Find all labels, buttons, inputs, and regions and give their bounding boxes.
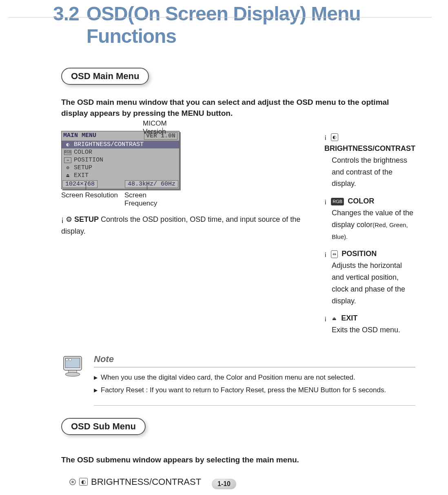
osd-main-menu-pill: OSD Main Menu [61, 68, 149, 85]
section-header: 3.2 OSD(On Screen Display) Menu Function… [24, 0, 424, 47]
micom-version-label: MICOM Version [143, 119, 180, 136]
exit-icon: ⏏ [64, 172, 71, 179]
exit-description: ¡ ⏏ EXIT Exits the OSD menu. [324, 312, 415, 336]
note-box: Note ▶ When you use the digital video ca… [61, 354, 415, 398]
section-number: 3.2 [53, 2, 79, 25]
frequency-label: Screen Frequency [124, 191, 180, 208]
main-menu-intro: The OSD main menu window that you can se… [61, 97, 415, 119]
exit-icon: ⏏ [331, 315, 337, 323]
color-description: ¡ RGB COLOR Changes the value of the dis… [324, 195, 415, 242]
position-description: ¡ ⇔ POSITION Adjusts the horizontal and … [324, 248, 415, 307]
resolution-label: Screen Resolution [61, 191, 118, 199]
triangle-bullet-icon: ▶ [94, 374, 98, 383]
osd-main-window: MICOM Version MAIN MENU VER 1.0N ◐ BRIGH… [61, 131, 180, 189]
brightness-icon: ◐ [64, 141, 71, 148]
page-number: 1-10 [212, 479, 236, 489]
note-item-2: ▶ Factory Reset : If you want to return … [94, 385, 415, 396]
sub-menu-intro: The OSD submenu window appears by select… [61, 455, 415, 464]
setup-icon: ⚙ [66, 215, 72, 223]
osd-resolution: 1024×768 [62, 180, 98, 188]
brightness-description: ¡ ◐ BRIGHTNESS/CONTRAST Controls the bri… [324, 131, 415, 190]
osd-title: MAIN MENU [63, 132, 96, 140]
setup-icon: ⚙ [64, 165, 71, 171]
osd-frequency: 48.3kHz/ 60Hz [125, 180, 178, 188]
triangle-bullet-icon: ▶ [94, 387, 98, 396]
osd-item-color: RGB COLOR [62, 148, 179, 156]
section-title: OSD(On Screen Display) Menu Functions [86, 2, 424, 47]
osd-sub-menu-pill: OSD Sub Menu [61, 418, 146, 435]
bullet-circle-icon [69, 479, 76, 485]
osd-item-brightness: ◐ BRIGHTNESS/CONTRAST [62, 141, 179, 148]
note-item-1: ▶ When you use the digital video card, t… [94, 372, 415, 383]
sub-brightness-heading: ◐ BRIGHTNESS/CONTRAST [69, 477, 415, 487]
monitor-icon [61, 354, 86, 378]
svg-point-2 [66, 358, 68, 361]
osd-item-exit: ⏏ EXIT [62, 172, 179, 179]
setup-description: ¡ ⚙ SETUP Controls the OSD position, OSD… [61, 214, 304, 237]
brightness-icon: ◐ [79, 478, 88, 486]
osd-item-setup: ⚙ SETUP [62, 164, 179, 172]
svg-point-3 [69, 358, 71, 361]
rgb-icon: RGB [331, 198, 344, 206]
position-icon: ⇔ [64, 157, 71, 163]
rgb-icon: RGB [64, 150, 71, 155]
brightness-icon: ◐ [331, 133, 338, 141]
position-icon: ⇔ [331, 250, 338, 259]
note-heading: Note [94, 354, 415, 367]
osd-item-position: ⇔ POSITION [62, 156, 179, 164]
svg-point-5 [65, 372, 80, 376]
